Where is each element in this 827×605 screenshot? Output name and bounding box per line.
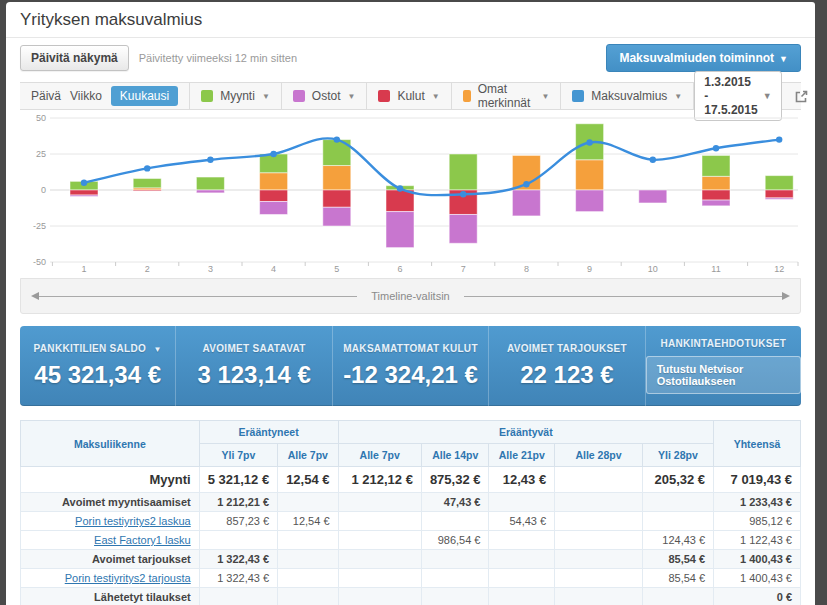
- amount-cell-0: 5 321,12 €: [199, 467, 277, 493]
- x-axis-label: 6: [397, 264, 402, 274]
- summary-card-avoimet-tarjoukset: AVOIMET TARJOUKSET22 123 €: [488, 326, 644, 406]
- invoice-count-link[interactable]: 2 laskua: [150, 515, 191, 527]
- series-dropdown-omat-merkinn-t[interactable]: Omat merkinnät▼: [452, 83, 562, 109]
- summary-card-value: 45 321,34 €: [34, 361, 161, 389]
- table-row-myynti: Myynti5 321,12 €12,54 €1 212,12 €875,32 …: [21, 467, 801, 493]
- invoice-count-link[interactable]: 2 tarjousta: [139, 572, 190, 584]
- amount-cell-2: [338, 512, 421, 531]
- amount-cell-2: [338, 550, 421, 569]
- svg-text:-25: -25: [33, 221, 46, 231]
- bar-segment-myynti-m11: [702, 155, 730, 176]
- customer-link[interactable]: Porin testiyritys: [65, 572, 140, 584]
- amount-cell-3: [421, 550, 489, 569]
- liquidity-actions-button[interactable]: Maksuvalmiuden toiminnot▼: [606, 44, 801, 72]
- series-dropdown-maksuvalmius[interactable]: Maksuvalmius▼: [561, 83, 694, 109]
- series-dropdown-label: Omat merkinnät: [478, 82, 535, 110]
- chevron-down-icon: ▼: [763, 91, 772, 101]
- x-axis-label: 12: [774, 264, 784, 274]
- bar-segment-ostot-m8: [512, 190, 540, 216]
- amount-cell-4: 54,43 €: [489, 512, 555, 531]
- liquidity-actions-label: Maksuvalmiuden toiminnot: [619, 51, 774, 65]
- series-dropdown-label: Maksuvalmius: [591, 89, 667, 103]
- row-label: Lähetetyt tilaukset: [21, 588, 200, 605]
- chevron-down-icon: ▼: [347, 92, 355, 101]
- amount-cell-3: [421, 569, 489, 588]
- chart-panel: 50250-25-50123456789101112: [6, 110, 815, 278]
- amount-cell-3: [421, 512, 489, 531]
- bar-segment-kulut-m1: [70, 190, 98, 195]
- bar-segment-omat-merkinn-t-m5: [323, 166, 351, 190]
- group-header-erääntyneet: Erääntyneet: [199, 421, 338, 444]
- x-axis-label: 7: [461, 264, 466, 274]
- amount-cell-0: 1 212,21 €: [199, 493, 277, 512]
- amount-cell-1: 12,54 €: [278, 512, 338, 531]
- line-marker-m2: [144, 165, 150, 171]
- period-option-päivä[interactable]: Päivä: [31, 89, 61, 103]
- bar-segment-omat-merkinn-t-m11: [702, 176, 730, 190]
- col-header-yhteensa: Yhteensä: [714, 421, 801, 467]
- col-header-0: Yli 7pv: [199, 444, 277, 467]
- amount-cell-0: 857,23 €: [199, 512, 277, 531]
- x-axis-label: 8: [524, 264, 529, 274]
- last-updated-text: Päivitetty viimeeksi 12 min sitten: [139, 52, 297, 64]
- timeline-track[interactable]: [464, 296, 782, 297]
- refresh-view-button[interactable]: Päivitä näkymä: [20, 45, 129, 71]
- period-selector: PäiväViikkoKuukausi: [20, 83, 190, 109]
- timeline-left-arrow-icon[interactable]: [31, 292, 39, 300]
- amount-cell-2: [338, 588, 421, 605]
- amount-cell-6: [642, 512, 713, 531]
- amount-cell-4: [489, 569, 555, 588]
- open-external-icon[interactable]: [794, 89, 809, 104]
- bar-segment-myynti-m7: [449, 154, 477, 190]
- summary-bar: PANKKITILIEN SALDO ▼45 321,34 €AVOIMET S…: [20, 326, 801, 406]
- bar-segment-omat-merkinn-t-m9: [576, 160, 604, 190]
- customer-link[interactable]: East Factory: [94, 534, 156, 546]
- row-label: Myynti: [21, 467, 200, 493]
- timeline-track[interactable]: [39, 296, 357, 297]
- invoice-count-link[interactable]: 1 lasku: [156, 534, 191, 546]
- col-header-4: Alle 21pv: [489, 444, 555, 467]
- chevron-down-icon: ▼: [151, 345, 162, 354]
- line-marker-m8: [523, 181, 529, 187]
- amount-cell-6: [642, 588, 713, 605]
- bar-segment-ostot-m10: [639, 190, 667, 203]
- liquidity-line: [84, 138, 779, 195]
- amount-cell-6: [642, 493, 713, 512]
- liquidity-line-markers: [81, 136, 783, 197]
- period-option-kuukausi[interactable]: Kuukausi: [111, 86, 178, 106]
- total-cell: 1 122,43 €: [714, 531, 801, 550]
- summary-card-label[interactable]: PANKKITILIEN SALDO ▼: [34, 343, 162, 354]
- total-cell: 1 400,43 €: [714, 569, 801, 588]
- table-row-porin-testiyritys: Porin testiyritys2 laskua857,23 €12,54 €…: [21, 512, 801, 531]
- svg-text:-50: -50: [33, 257, 46, 267]
- series-color-swatch-icon: [463, 90, 471, 102]
- timeline-selector[interactable]: Timeline-valitsin: [20, 278, 801, 314]
- bar-segment-ostot-m11: [702, 200, 730, 206]
- amount-cell-4: [489, 531, 555, 550]
- series-dropdown-ostot[interactable]: Ostot▼: [282, 83, 368, 109]
- series-dropdown-myynti[interactable]: Myynti▼: [190, 83, 282, 109]
- customer-link[interactable]: Porin testiyritys: [75, 515, 150, 527]
- bar-segment-kulut-m11: [702, 190, 730, 200]
- chevron-down-icon: ▼: [674, 92, 682, 101]
- period-option-viikko[interactable]: Viikko: [70, 89, 102, 103]
- amount-cell-6: 85,54 €: [642, 550, 713, 569]
- amount-cell-6: 124,43 €: [642, 531, 713, 550]
- netvisor-purchase-order-button[interactable]: Tutustu Netvisor Ostotilaukseen: [646, 356, 801, 394]
- total-cell: 1 233,43 €: [714, 493, 801, 512]
- amount-cell-2: [338, 493, 421, 512]
- x-axis-label: 1: [81, 264, 86, 274]
- col-header-1: Alle 7pv: [278, 444, 338, 467]
- table-row-avoimet-tarjoukset: Avoimet tarjoukset1 322,43 €85,54 €1 400…: [21, 550, 801, 569]
- amount-cell-1: [278, 531, 338, 550]
- series-dropdown-label: Ostot: [312, 89, 341, 103]
- timeline-right-arrow-icon[interactable]: [782, 292, 790, 300]
- col-header-3: Alle 14pv: [421, 444, 489, 467]
- summary-card-label: AVOIMET TARJOUKSET: [507, 343, 627, 354]
- amount-cell-6: 85,54 €: [642, 569, 713, 588]
- x-axis-label: 10: [648, 264, 658, 274]
- filter-bar-right: 1.3.2015 - 17.5.2015▼: [694, 83, 810, 109]
- series-dropdown-kulut[interactable]: Kulut▼: [367, 83, 451, 109]
- amount-cell-4: [489, 588, 555, 605]
- amount-cell-3: 47,43 €: [421, 493, 489, 512]
